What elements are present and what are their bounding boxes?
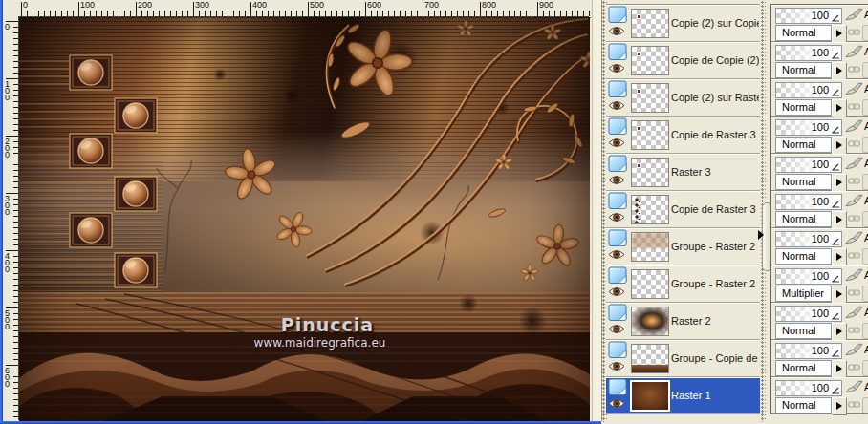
link-set-icon[interactable] [848,287,860,298]
blend-mode-dropdown[interactable]: Normal [775,174,832,190]
opacity-slider[interactable]: 100 [775,119,842,136]
opacity-slider[interactable]: 100 [775,45,842,61]
visibility-eye-icon[interactable] [608,26,625,36]
opacity-slider[interactable]: 100 [775,380,842,396]
opacity-slider[interactable]: 100 [775,306,842,322]
layer-row[interactable]: Raster 2 [606,303,760,340]
layer-thumbnail[interactable] [631,232,669,262]
opacity-slider[interactable]: 100 [775,157,842,173]
blend-mode-dropdown[interactable]: Normal [775,137,832,153]
blend-mode-dropdown[interactable]: Normal [775,323,832,339]
blend-mode-dropdown-button[interactable] [832,174,847,192]
visibility-eye-icon[interactable] [608,175,625,185]
lock-transparency-button[interactable] [862,137,868,153]
layer-row[interactable]: Raster 3 [606,154,760,191]
layer-thumbnail[interactable] [631,344,669,373]
blend-mode-dropdown[interactable]: Normal [775,360,832,376]
lock-transparency-button[interactable] [862,323,868,339]
layer-thumbnail[interactable] [630,380,670,412]
layer-row[interactable]: Copie (2) sur Raster 3 [606,79,760,117]
blend-mode-dropdown-button[interactable] [832,360,847,378]
visibility-eye-icon[interactable] [608,286,625,297]
visibility-eye-icon[interactable] [608,249,625,260]
blend-mode-dropdown-button[interactable] [832,286,847,304]
layer-thumbnail[interactable] [631,83,669,113]
layer-thumbnail[interactable] [631,9,669,38]
lock-transparency-button[interactable] [862,397,868,413]
layer-thumbnail[interactable] [631,158,669,187]
blend-mode-dropdown[interactable]: Normal [775,248,832,265]
lock-transparency-button[interactable] [862,360,868,376]
lock-transparency-button[interactable] [862,99,868,116]
blend-mode-dropdown[interactable]: Multiplier [775,286,832,302]
link-set-icon[interactable] [848,325,860,335]
blend-mode-dropdown[interactable]: Normal [775,211,832,227]
layer-thumbnail[interactable] [631,307,669,336]
lock-transparency-button[interactable] [862,286,868,302]
blend-mode-dropdown-button[interactable] [832,137,847,155]
blend-mode-dropdown-button[interactable] [832,248,847,266]
slider-handle-icon[interactable] [832,89,839,96]
layer-thumbnail[interactable] [631,269,669,299]
link-set-icon[interactable] [848,176,860,186]
layer-row[interactable]: Groupe - Copie de Raste [606,340,760,377]
layer-row[interactable]: Copie de Copie (2) sur R [606,42,760,79]
opacity-slider[interactable]: 100 [775,268,842,285]
slider-handle-icon[interactable] [832,238,839,245]
layer-row[interactable]: Copie de Raster 3 [606,117,760,154]
blend-mode-dropdown-button[interactable] [832,25,847,43]
slider-handle-icon[interactable] [832,52,839,59]
lock-transparency-button[interactable] [862,25,868,41]
link-set-icon[interactable] [848,138,860,149]
visibility-eye-icon[interactable] [608,398,625,409]
blend-mode-dropdown-button[interactable] [832,211,847,229]
slider-handle-icon[interactable] [832,312,839,320]
link-set-icon[interactable] [848,250,860,261]
blend-mode-dropdown[interactable]: Normal [775,397,832,413]
slider-handle-icon[interactable] [832,387,839,394]
link-set-icon[interactable] [848,64,860,74]
opacity-slider[interactable]: 100 [775,231,842,247]
blend-mode-dropdown[interactable]: Normal [775,99,832,116]
layer-thumbnail[interactable] [631,195,669,224]
link-set-icon[interactable] [848,213,860,223]
blend-mode-dropdown-button[interactable] [832,323,847,341]
visibility-eye-icon[interactable] [608,324,625,334]
layer-row[interactable]: Groupe - Raster 2 [606,265,760,303]
slider-handle-icon[interactable] [832,350,839,357]
layer-row[interactable]: Copie (2) sur Copie (2) s [606,5,760,42]
opacity-slider[interactable]: 100 [775,8,842,24]
visibility-eye-icon[interactable] [608,361,625,371]
layer-thumbnail[interactable] [631,120,669,150]
blend-mode-dropdown-button[interactable] [832,397,847,415]
link-set-icon[interactable] [848,399,860,410]
slider-handle-icon[interactable] [832,14,839,22]
image-canvas[interactable]: Pinuccia www.maidiregrafica.eu [19,17,590,421]
blend-mode-dropdown[interactable]: Normal [775,62,832,78]
splitter-collapse-arrow[interactable] [758,230,764,240]
slider-handle-icon[interactable] [832,201,839,208]
canvas-right-scroll-strip[interactable] [592,0,602,421]
lock-transparency-button[interactable] [862,211,868,227]
lock-transparency-button[interactable] [862,248,868,265]
opacity-slider[interactable]: 100 [775,82,842,98]
visibility-eye-icon[interactable] [608,63,625,74]
opacity-slider[interactable]: 100 [775,343,842,359]
link-set-icon[interactable] [848,101,860,112]
layer-row[interactable]: Copie de Raster 3 [606,191,760,228]
link-set-icon[interactable] [848,362,860,372]
blend-mode-dropdown-button[interactable] [832,62,847,80]
lock-transparency-button[interactable] [862,174,868,190]
layer-row[interactable]: Raster 1 [606,377,760,414]
layer-row[interactable]: Groupe - Raster 2 [606,228,760,265]
opacity-slider[interactable]: 100 [775,194,842,210]
lock-transparency-button[interactable] [862,62,868,78]
slider-handle-icon[interactable] [832,275,839,283]
blend-mode-dropdown[interactable]: Normal [775,25,832,41]
visibility-eye-icon[interactable] [608,138,625,148]
visibility-eye-icon[interactable] [608,100,625,111]
link-set-icon[interactable] [848,27,860,37]
slider-handle-icon[interactable] [832,126,839,134]
layer-thumbnail[interactable] [631,46,669,75]
blend-mode-dropdown-button[interactable] [832,99,847,117]
